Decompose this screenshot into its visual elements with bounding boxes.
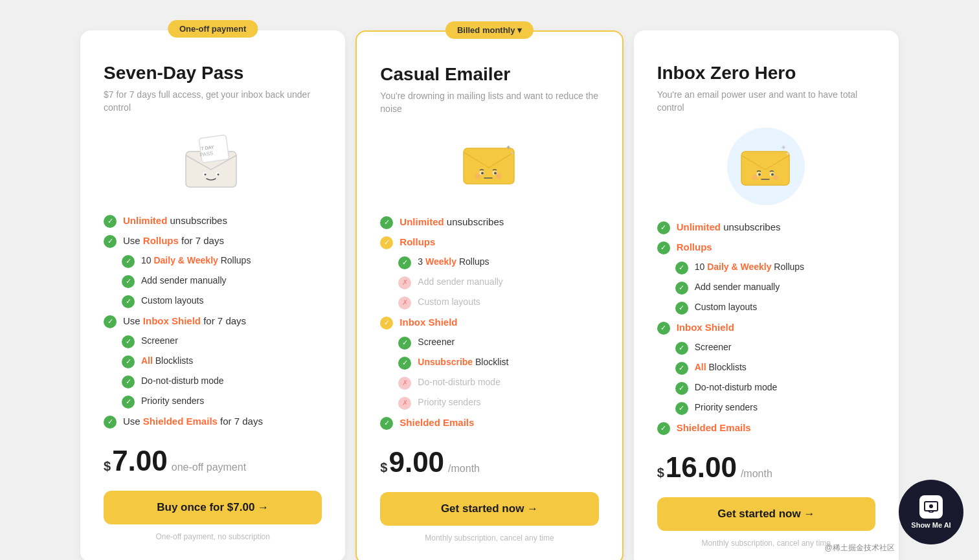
- check-icon: ✓: [675, 382, 688, 395]
- feature-item: ✓ Use Inbox Shield for 7 days: [104, 315, 322, 328]
- cross-icon: ✗: [398, 377, 411, 390]
- feature-item: ✓ Rollups: [380, 236, 598, 249]
- price-dollar: $: [104, 459, 111, 474]
- cross-icon: ✗: [398, 276, 411, 289]
- feature-item-sub: ✗ Priority senders: [380, 396, 598, 410]
- feature-item-sub: ✓ All Blocklists: [104, 355, 322, 368]
- feature-item: ✓ Shielded Emails: [380, 416, 598, 430]
- svg-point-27: [929, 504, 933, 508]
- svg-text:✦: ✦: [506, 144, 511, 151]
- card1-image: 7 DAY PASS: [177, 128, 249, 199]
- partial-icon: ✓: [380, 236, 393, 249]
- show-me-label: Show Me AI: [911, 521, 951, 529]
- check-icon: ✓: [122, 255, 135, 268]
- check-icon: ✓: [380, 417, 393, 430]
- check-icon: ✓: [675, 342, 688, 355]
- check-icon: ✓: [104, 235, 117, 248]
- card2-title: Casual Emailer: [380, 64, 598, 85]
- feature-item-sub: ✓ 3 Weekly Rollups: [380, 256, 598, 269]
- feature-item-sub: ✓ Unsubscribe Blocklist: [380, 356, 598, 370]
- check-icon: ✓: [104, 215, 117, 228]
- check-icon: ✓: [122, 335, 135, 348]
- svg-text:✦: ✦: [510, 151, 514, 155]
- price-row: $ 9.00 /month: [380, 448, 598, 476]
- svg-point-7: [217, 174, 219, 175]
- card1-features: ✓ Unlimited unsubscribes ✓ Use Rollups f…: [104, 214, 322, 429]
- check-icon: ✓: [675, 402, 688, 415]
- feature-item-sub: ✓ Add sender manually: [104, 274, 322, 288]
- price-amount: 7.00: [112, 447, 168, 475]
- check-icon: ✓: [657, 241, 670, 254]
- card2-subtitle: You're drowning in mailing lists and wan…: [380, 90, 598, 115]
- partial-icon: ✓: [380, 317, 393, 330]
- card3-cta-button[interactable]: Get started now →: [657, 497, 875, 531]
- price-amount: 16.00: [666, 453, 737, 482]
- check-icon: ✓: [104, 315, 117, 328]
- check-icon: ✓: [657, 322, 670, 335]
- page-wrapper: One-off payment Seven-Day Pass $7 for 7 …: [13, 19, 966, 560]
- feature-item: ✓ Unlimited unsubscribes: [380, 216, 598, 229]
- check-icon: ✓: [657, 422, 670, 435]
- svg-point-14: [494, 172, 497, 174]
- feature-item-sub: ✗ Custom layouts: [380, 296, 598, 309]
- cards-container: One-off payment Seven-Day Pass $7 for 7 …: [75, 30, 904, 560]
- feature-item-sub: ✓ Priority senders: [657, 401, 875, 415]
- card1-cta-note: One-off payment, no subscription: [104, 532, 322, 541]
- card3-title: Inbox Zero Hero: [657, 63, 875, 84]
- watermark: @稀土掘金技术社区: [825, 543, 895, 554]
- price-period: one-off payment: [172, 462, 246, 473]
- check-icon: ✓: [122, 275, 135, 288]
- card2-cta-note: Monthly subscription, cancel any time: [380, 533, 598, 543]
- svg-point-6: [204, 174, 206, 175]
- check-icon: ✓: [104, 416, 117, 429]
- check-icon: ✓: [675, 262, 688, 274]
- check-icon: ✓: [675, 282, 688, 295]
- card3-image: ✦ ✦: [727, 128, 805, 205]
- billed-monthly-badge[interactable]: Billed monthly ▾: [445, 21, 534, 39]
- check-icon: ✓: [122, 375, 135, 388]
- price-row: $ 16.00 /month: [657, 453, 875, 482]
- card2-cta-button[interactable]: Get started now →: [380, 492, 598, 526]
- svg-point-16: [496, 174, 501, 179]
- check-icon: ✓: [122, 355, 135, 368]
- card3-features: ✓ Unlimited unsubscribes ✓ Rollups ✓ 10 …: [657, 221, 875, 435]
- svg-text:✦: ✦: [785, 151, 790, 157]
- feature-item-sub: ✓ Do-not-disturb mode: [104, 375, 322, 388]
- svg-point-23: [771, 173, 774, 175]
- svg-point-15: [475, 174, 480, 179]
- feature-item: ✓ Inbox Shield: [380, 316, 598, 330]
- price-period: /month: [741, 468, 772, 480]
- card2-image: ✦ ✦: [454, 129, 525, 200]
- price-dollar: $: [380, 460, 387, 475]
- price-row: $ 7.00 one-off payment: [104, 447, 322, 475]
- card-casual-emailer: Billed monthly ▾ Casual Emailer You're d…: [355, 30, 623, 560]
- feature-item-sub: ✗ Do-not-disturb mode: [380, 376, 598, 390]
- svg-rect-17: [741, 151, 789, 185]
- card-inbox-zero-hero: Inbox Zero Hero You're an email power us…: [634, 30, 899, 560]
- feature-item-sub: ✓ 10 Daily & Weekly Rollups: [104, 254, 322, 268]
- show-me-icon: [919, 495, 943, 519]
- feature-item: ✓ Use Shielded Emails for 7 days: [104, 415, 322, 429]
- feature-item-sub: ✓ Screener: [380, 336, 598, 350]
- svg-point-13: [481, 172, 484, 174]
- feature-item-sub: ✓ Screener: [104, 335, 322, 348]
- check-icon: ✓: [122, 396, 135, 409]
- price-amount: 9.00: [388, 448, 444, 476]
- feature-item-sub: ✓ Custom layouts: [657, 301, 875, 315]
- card1-subtitle: $7 for 7 days full access, get your inbo…: [104, 89, 322, 114]
- card3-price: $ 16.00 /month: [657, 453, 875, 482]
- price-dollar: $: [657, 465, 664, 480]
- check-icon: ✓: [675, 362, 688, 375]
- feature-item: ✓ Use Rollups for 7 days: [104, 234, 322, 248]
- feature-item-sub: ✗ Add sender manually: [380, 276, 598, 289]
- card1-cta-button[interactable]: Buy once for $7.00 →: [104, 491, 322, 524]
- cross-icon: ✗: [398, 297, 411, 309]
- card1-price: $ 7.00 one-off payment: [104, 447, 322, 475]
- check-icon: ✓: [398, 337, 411, 350]
- card-seven-day: One-off payment Seven-Day Pass $7 for 7 …: [80, 30, 345, 560]
- feature-item-sub: ✓ 10 Daily & Weekly Rollups: [657, 261, 875, 274]
- feature-item-sub: ✓ Add sender manually: [657, 281, 875, 295]
- show-me-widget[interactable]: Show Me AI: [899, 480, 963, 544]
- check-icon: ✓: [122, 295, 135, 308]
- card2-price: $ 9.00 /month: [380, 448, 598, 476]
